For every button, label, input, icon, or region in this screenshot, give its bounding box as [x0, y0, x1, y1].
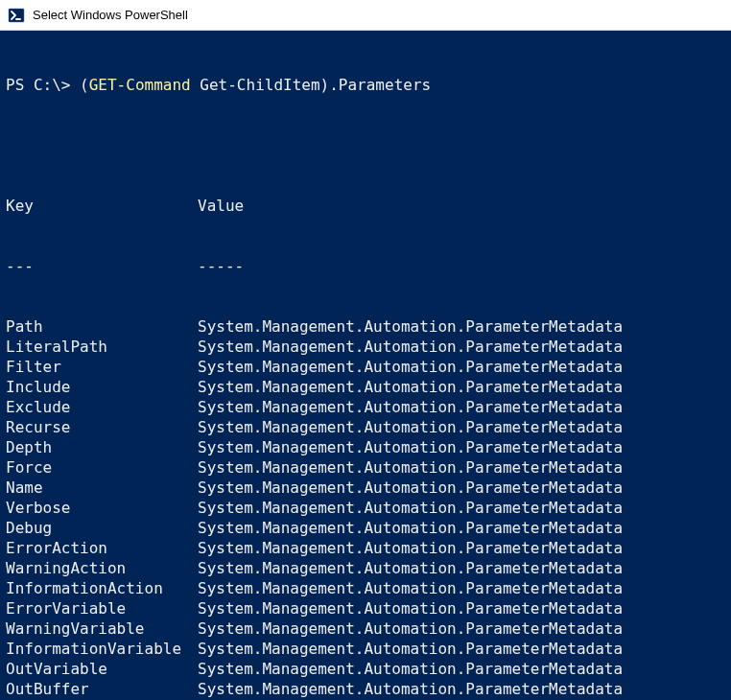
- table-row: ErrorVariableSystem.Management.Automatio…: [6, 598, 725, 618]
- row-value: System.Management.Automation.ParameterMe…: [198, 639, 725, 659]
- row-key: LiteralPath: [6, 337, 198, 357]
- window-title: Select Windows PowerShell: [33, 8, 188, 22]
- row-value: System.Management.Automation.ParameterMe…: [198, 417, 725, 437]
- row-value: System.Management.Automation.ParameterMe…: [198, 337, 725, 357]
- row-key: OutVariable: [6, 659, 198, 679]
- row-key: Force: [6, 457, 198, 478]
- table-row: ExcludeSystem.Management.Automation.Para…: [6, 397, 725, 417]
- row-key: OutBuffer: [6, 679, 198, 699]
- table-row: DebugSystem.Management.Automation.Parame…: [6, 518, 725, 538]
- row-value: System.Management.Automation.ParameterMe…: [198, 578, 725, 598]
- powershell-icon: [8, 7, 25, 24]
- table-row: OutBufferSystem.Management.Automation.Pa…: [6, 679, 725, 699]
- paren-close: ): [320, 76, 330, 94]
- row-value: System.Management.Automation.ParameterMe…: [198, 357, 725, 377]
- row-value: System.Management.Automation.ParameterMe…: [198, 377, 725, 397]
- table-header-row: KeyValue: [6, 196, 725, 216]
- prompt-path: C:\: [34, 76, 61, 94]
- row-key: Filter: [6, 357, 198, 377]
- divider-value: -----: [198, 256, 725, 276]
- prompt-gt: >: [61, 76, 80, 94]
- output-table: KeyValue -------- PathSystem.Management.…: [6, 155, 725, 700]
- header-key: Key: [6, 196, 198, 216]
- table-row: WarningVariableSystem.Management.Automat…: [6, 618, 725, 639]
- table-row: InformationActionSystem.Management.Autom…: [6, 578, 725, 598]
- row-value: System.Management.Automation.ParameterMe…: [198, 659, 725, 679]
- row-key: Verbose: [6, 498, 198, 518]
- paren-open: (: [80, 76, 89, 94]
- table-row: OutVariableSystem.Management.Automation.…: [6, 659, 725, 679]
- space: [191, 76, 200, 94]
- header-value: Value: [198, 196, 725, 216]
- row-value: System.Management.Automation.ParameterMe…: [198, 518, 725, 538]
- table-row: ForceSystem.Management.Automation.Parame…: [6, 457, 725, 478]
- row-value: System.Management.Automation.ParameterMe…: [198, 498, 725, 518]
- table-row: WarningActionSystem.Management.Automatio…: [6, 558, 725, 578]
- window-titlebar[interactable]: Select Windows PowerShell: [0, 0, 731, 31]
- table-row: ErrorActionSystem.Management.Automation.…: [6, 538, 725, 558]
- table-row: InformationVariableSystem.Management.Aut…: [6, 639, 725, 659]
- table-row: IncludeSystem.Management.Automation.Para…: [6, 377, 725, 397]
- terminal-area[interactable]: PS C:\> (GET-Command Get-ChildItem).Para…: [0, 31, 731, 700]
- row-key: Name: [6, 478, 198, 498]
- table-row: RecurseSystem.Management.Automation.Para…: [6, 417, 725, 437]
- row-key: Debug: [6, 518, 198, 538]
- row-key: Recurse: [6, 417, 198, 437]
- row-key: InformationVariable: [6, 639, 198, 659]
- row-key: Depth: [6, 437, 198, 457]
- member-access: .Parameters: [329, 76, 431, 94]
- row-value: System.Management.Automation.ParameterMe…: [198, 679, 725, 699]
- row-value: System.Management.Automation.ParameterMe…: [198, 538, 725, 558]
- cmdlet-arg: Get-ChildItem: [200, 76, 319, 94]
- row-key: WarningVariable: [6, 618, 198, 639]
- row-value: System.Management.Automation.ParameterMe…: [198, 457, 725, 478]
- row-value: System.Management.Automation.ParameterMe…: [198, 437, 725, 457]
- table-row: PathSystem.Management.Automation.Paramet…: [6, 316, 725, 337]
- row-key: ErrorAction: [6, 538, 198, 558]
- row-value: System.Management.Automation.ParameterMe…: [198, 598, 725, 618]
- command-line: PS C:\> (GET-Command Get-ChildItem).Para…: [6, 75, 725, 95]
- table-row: VerboseSystem.Management.Automation.Para…: [6, 498, 725, 518]
- table-row: DepthSystem.Management.Automation.Parame…: [6, 437, 725, 457]
- divider-key: ---: [6, 256, 198, 276]
- row-value: System.Management.Automation.ParameterMe…: [198, 618, 725, 639]
- row-key: Include: [6, 377, 198, 397]
- table-row: FilterSystem.Management.Automation.Param…: [6, 357, 725, 377]
- row-value: System.Management.Automation.ParameterMe…: [198, 558, 725, 578]
- table-row: LiteralPathSystem.Management.Automation.…: [6, 337, 725, 357]
- table-row: NameSystem.Management.Automation.Paramet…: [6, 478, 725, 498]
- row-key: ErrorVariable: [6, 598, 198, 618]
- row-key: InformationAction: [6, 578, 198, 598]
- table-divider-row: --------: [6, 256, 725, 276]
- row-value: System.Management.Automation.ParameterMe…: [198, 478, 725, 498]
- cmdlet: GET-Command: [89, 76, 191, 94]
- row-key: Exclude: [6, 397, 198, 417]
- row-value: System.Management.Automation.ParameterMe…: [198, 316, 725, 337]
- row-key: Path: [6, 316, 198, 337]
- row-value: System.Management.Automation.ParameterMe…: [198, 397, 725, 417]
- prompt-prefix: PS: [6, 76, 34, 94]
- row-key: WarningAction: [6, 558, 198, 578]
